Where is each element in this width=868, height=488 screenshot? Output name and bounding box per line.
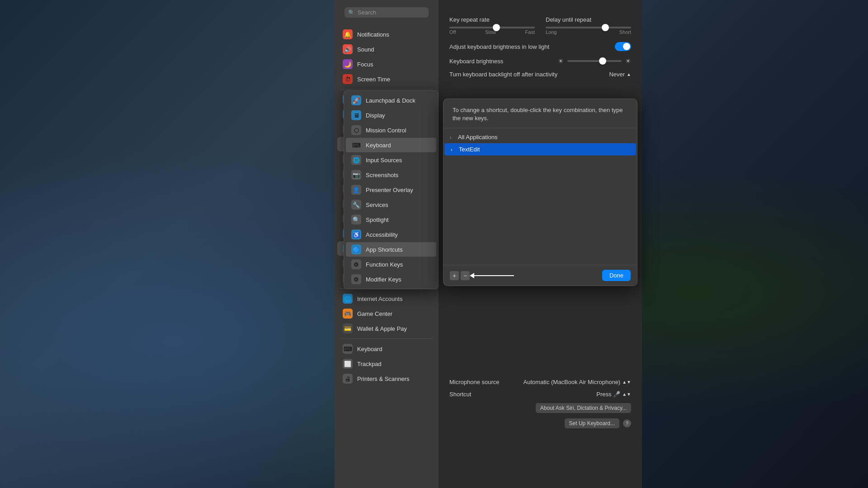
submenu-item-keyboard[interactable]: ⌨ Keyboard (346, 138, 436, 152)
sidebar-item-internet-accounts[interactable]: 🌐 Internet Accounts (337, 291, 436, 306)
screen-time-icon: ⏱ (343, 74, 353, 84)
submenu-app-shortcuts-icon: 🔷 (351, 244, 361, 254)
all-apps-chevron: › (450, 135, 455, 140)
sidebar-label-wallet: Wallet & Apple Pay (357, 325, 407, 332)
delay-short-label: Short (619, 29, 631, 35)
submenu-label-display: Display (366, 112, 385, 119)
trackpad-icon: ⬜ (343, 359, 353, 369)
microphone-value[interactable]: Automatic (MacBook Air Microphone) ▲▼ (524, 379, 631, 385)
sidebar-label-trackpad: Trackpad (357, 361, 382, 367)
shortcut-panel-footer: + − Done (443, 265, 637, 286)
brightness-slider-container: ☀ ☀ (558, 57, 631, 65)
submenu-item-presenter-overlay[interactable]: 👤 Presenter Overlay (346, 183, 436, 197)
sound-icon: 🔊 (343, 44, 353, 54)
shortcut-value[interactable]: Press 🎤 ▲▼ (596, 391, 631, 398)
brightness-thumb[interactable] (599, 57, 606, 65)
keyboard-settings-top: Key repeat rate Off Slow Fast Delay unti… (449, 9, 631, 78)
sidebar-item-wallet[interactable]: 💳 Wallet & Apple Pay (337, 321, 436, 336)
microphone-label: Microphone source (449, 379, 500, 385)
shortcut-chevron-icon: ▲▼ (622, 392, 631, 397)
submenu-modifier-keys-icon: ⚙ (351, 274, 361, 284)
shortcut-row: Shortcut Press 🎤 ▲▼ (449, 391, 631, 398)
brightness-high-icon: ☀ (625, 57, 631, 65)
sidebar-item-sound[interactable]: 🔊 Sound (337, 42, 436, 56)
submenu-label-modifier-keys: Modifier Keys (366, 276, 401, 283)
microphone-chevron-icon: ▲▼ (622, 380, 631, 385)
wallet-icon: 💳 (343, 324, 353, 333)
sidebar-label-game-center: Game Center (357, 310, 392, 317)
keyboard-submenu: 🚀 Launchpad & Dock 🖥 Display ⬡ Mission C… (344, 90, 439, 289)
keyboard-brightness-label: Keyboard brightness (449, 58, 503, 65)
submenu-label-function-keys: Function Keys (366, 261, 403, 268)
sidebar-label-notifications: Notifications (357, 31, 389, 38)
submenu-keyboard-icon: ⌨ (351, 140, 361, 150)
sidebar-item-keyboard-device[interactable]: ⌨ Keyboard (337, 342, 436, 356)
delay-repeat-thumb[interactable] (602, 24, 609, 31)
adjust-brightness-label: Adjust keyboard brightness in low light (449, 43, 549, 50)
submenu-item-app-shortcuts[interactable]: 🔷 App Shortcuts (346, 242, 436, 257)
sidebar-item-notifications[interactable]: 🔔 Notifications (337, 27, 436, 42)
printers-icon: 🖨 (343, 374, 353, 384)
add-shortcut-button[interactable]: + (450, 271, 459, 280)
submenu-launchpad-icon: 🚀 (351, 95, 361, 105)
submenu-item-input-sources[interactable]: 🌐 Input Sources (346, 153, 436, 167)
submenu-label-presenter-overlay: Presenter Overlay (366, 187, 413, 193)
key-repeat-slider[interactable] (449, 27, 535, 28)
help-button[interactable]: ? (623, 419, 631, 427)
submenu-accessibility-icon: ♿ (351, 230, 361, 239)
bottom-settings: Microphone source Automatic (MacBook Air… (449, 379, 631, 434)
sidebar-label-printers: Printers & Scanners (357, 375, 410, 382)
sidebar-search-container: 🔍 Search (339, 4, 434, 21)
key-repeat-thumb[interactable] (493, 24, 500, 31)
arrow-line (473, 275, 514, 276)
submenu-screenshots-icon: 📷 (351, 170, 361, 180)
never-value[interactable]: Never ▲ (609, 71, 631, 78)
brightness-toggle[interactable] (615, 42, 631, 51)
submenu-label-screenshots: Screenshots (366, 172, 398, 178)
submenu-label-input-sources: Input Sources (366, 157, 402, 164)
submenu-label-accessibility: Accessibility (366, 231, 398, 238)
shortcut-footer-buttons: + − (450, 271, 514, 280)
search-placeholder: Search (358, 9, 376, 16)
turn-off-row: Turn keyboard backlight off after inacti… (449, 71, 631, 78)
submenu-label-launchpad: Launchpad & Dock (366, 97, 415, 104)
delay-long-label: Long (546, 29, 557, 35)
submenu-item-accessibility[interactable]: ♿ Accessibility (346, 227, 436, 242)
keyboard-brightness-row: Keyboard brightness ☀ ☀ (449, 57, 631, 65)
submenu-item-launchpad[interactable]: 🚀 Launchpad & Dock (346, 93, 436, 108)
chevron-up-icon: ▲ (627, 72, 631, 77)
submenu-item-mission-control[interactable]: ⬡ Mission Control (346, 123, 436, 137)
submenu-item-spotlight[interactable]: 🔍 Spotlight (346, 212, 436, 227)
submenu-item-services[interactable]: 🔧 Services (346, 197, 436, 212)
sidebar-item-trackpad[interactable]: ⬜ Trackpad (337, 357, 436, 371)
delay-repeat-label: Delay until repeat (546, 16, 631, 23)
sidebar-item-focus[interactable]: 🌙 Focus (337, 57, 436, 71)
setup-keyboard-button[interactable]: Set Up Keyboard... (565, 418, 619, 428)
shortcut-item-textedit[interactable]: › TextEdit (444, 143, 636, 155)
submenu-item-screenshots[interactable]: 📷 Screenshots (346, 168, 436, 182)
submenu-item-modifier-keys[interactable]: ⚙ Modifier Keys (346, 272, 436, 286)
shortcut-instruction-text: To change a shortcut, double-click the k… (453, 107, 623, 122)
submenu-function-keys-icon: ⚙ (351, 259, 361, 269)
sidebar-item-printers[interactable]: 🖨 Printers & Scanners (337, 371, 436, 386)
submenu-spotlight-icon: 🔍 (351, 215, 361, 225)
about-dictation-row: About Ask Siri, Dictation & Privacy... (449, 403, 631, 413)
sidebar-item-game-center[interactable]: 🎮 Game Center (337, 306, 436, 321)
shortcut-panel: To change a shortcut, double-click the k… (443, 99, 637, 286)
brightness-slider[interactable] (567, 60, 622, 62)
about-dictation-button[interactable]: About Ask Siri, Dictation & Privacy... (536, 403, 631, 413)
shortcut-item-all-apps[interactable]: › All Applications (443, 131, 637, 143)
shortcut-list: › All Applications › TextEdit (443, 128, 637, 265)
notifications-icon: 🔔 (343, 29, 353, 39)
search-box[interactable]: 🔍 Search (344, 7, 429, 18)
sidebar-item-screen-time[interactable]: ⏱ Screen Time (337, 72, 436, 86)
submenu-item-display[interactable]: 🖥 Display (346, 108, 436, 122)
done-button[interactable]: Done (602, 270, 631, 281)
shortcut-label: Shortcut (449, 391, 471, 398)
submenu-item-function-keys[interactable]: ⚙ Function Keys (346, 257, 436, 272)
remove-shortcut-button[interactable]: − (461, 271, 470, 280)
divider-1 (340, 89, 433, 89)
submenu-display-icon: 🖥 (351, 110, 361, 120)
sidebar-label-screen-time: Screen Time (357, 76, 390, 83)
delay-repeat-slider[interactable] (546, 27, 631, 28)
